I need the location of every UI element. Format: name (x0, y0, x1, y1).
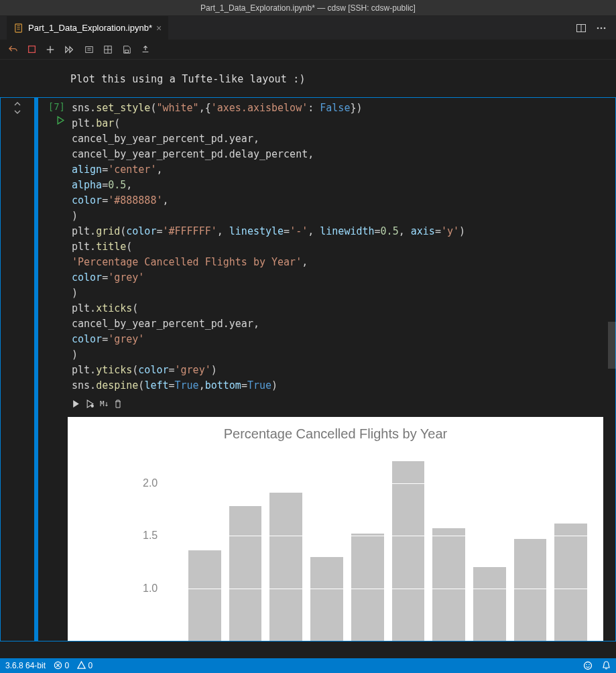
run-cell-icon[interactable] (56, 116, 65, 125)
bar (188, 550, 221, 641)
clear-output-icon[interactable] (84, 45, 94, 54)
bar (269, 493, 302, 641)
close-icon[interactable]: × (156, 23, 162, 34)
bar (310, 557, 343, 641)
svg-point-25 (589, 664, 590, 666)
export-icon[interactable] (141, 45, 150, 54)
status-bar: 3.6.8 64-bit 0 0 (0, 658, 616, 673)
bar (392, 461, 425, 641)
svg-point-23 (584, 662, 592, 670)
kernel-status[interactable]: 3.6.8 64-bit (5, 661, 46, 670)
fold-gutter (1, 98, 34, 417)
save-icon[interactable] (122, 45, 131, 54)
execution-count: [7] (48, 101, 65, 112)
bar (351, 534, 384, 641)
bar (554, 524, 587, 641)
bar (229, 506, 262, 641)
svg-rect-12 (86, 46, 93, 52)
chart-output: Percentage Cancelled Flights by Year 1.0… (68, 417, 603, 641)
chart-title: Percentage Cancelled Flights by Year (68, 417, 603, 442)
svg-point-24 (586, 664, 587, 666)
code-cell[interactable]: [7] sns.set_style("white",{'axes.axisbel… (0, 97, 616, 641)
gridline (179, 536, 597, 536)
stop-icon[interactable] (27, 45, 36, 54)
svg-point-8 (604, 27, 606, 29)
notebook-icon (13, 23, 24, 34)
plot-area (179, 452, 597, 641)
notebook-toolbar (0, 40, 616, 60)
collapse-up-icon[interactable] (13, 101, 21, 107)
y-tick-label: 1.5 (143, 530, 158, 542)
more-icon[interactable] (596, 23, 607, 34)
delete-cell-icon[interactable] (114, 400, 122, 408)
bar (473, 567, 506, 641)
gridline (179, 483, 597, 484)
window-titlebar: Part_1_Data_Exploration.ipynb* — cdsw [S… (0, 0, 616, 16)
tab-label: Part_1_Data_Exploration.ipynb* (28, 23, 152, 33)
errors-status[interactable]: 0 (54, 661, 69, 670)
run-below-icon[interactable] (72, 400, 80, 408)
svg-rect-18 (125, 50, 128, 52)
tab-bar: Part_1_Data_Exploration.ipynb* × (0, 16, 616, 40)
tab-notebook[interactable]: Part_1_Data_Exploration.ipynb* × (7, 16, 168, 40)
bell-icon[interactable] (602, 661, 611, 670)
undo-icon[interactable] (8, 44, 18, 54)
add-cell-icon[interactable] (46, 45, 55, 54)
svg-point-6 (597, 27, 599, 29)
collapse-down-icon[interactable] (13, 109, 21, 115)
split-editor-icon[interactable] (576, 23, 587, 34)
y-tick-label: 1.0 (143, 583, 158, 595)
window-title: Part_1_Data_Exploration.ipynb* — cdsw [S… (200, 3, 416, 13)
run-by-line-icon[interactable] (86, 400, 95, 408)
y-tick-label: 2.0 (143, 477, 158, 489)
scrollbar-thumb[interactable] (608, 322, 616, 369)
cell-output: Percentage Cancelled Flights by Year 1.0… (1, 417, 615, 641)
svg-rect-9 (29, 46, 36, 53)
variables-icon[interactable] (103, 45, 113, 54)
markdown-toggle-icon[interactable]: M↓ (100, 396, 109, 412)
cell-bottom-toolbar: M↓ (72, 393, 609, 414)
gridline (179, 589, 597, 589)
markdown-cell[interactable]: Plot this using a Tufte-like layout :) (0, 60, 616, 97)
bar (432, 528, 465, 641)
warnings-status[interactable]: 0 (77, 661, 93, 670)
markdown-text: Plot this using a Tufte-like layout :) (70, 73, 306, 85)
svg-point-19 (91, 405, 94, 408)
bar (514, 539, 547, 641)
svg-rect-0 (15, 23, 22, 32)
svg-point-7 (601, 27, 603, 29)
run-all-icon[interactable] (64, 45, 75, 54)
feedback-icon[interactable] (583, 661, 593, 670)
execution-column: [7] (38, 98, 68, 417)
code-editor[interactable]: sns.set_style("white",{'axes.axisbelow':… (68, 98, 615, 417)
